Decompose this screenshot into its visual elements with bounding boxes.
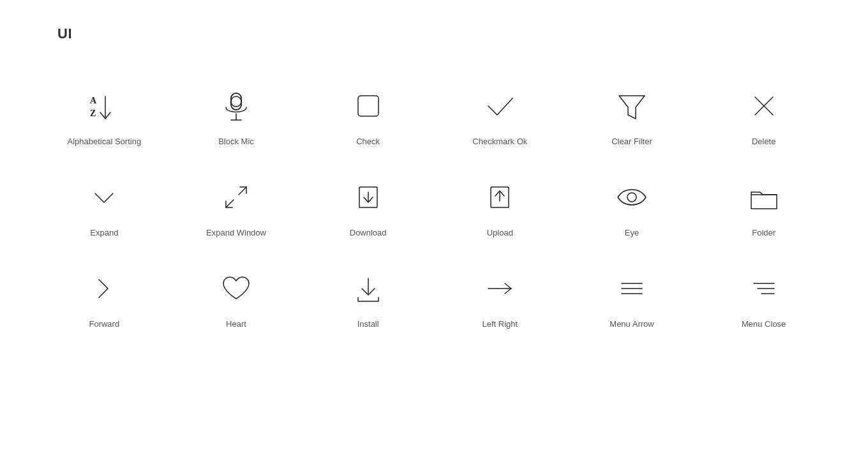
alphabetical-sorting-label: Alphabetical Sorting bbox=[68, 137, 142, 146]
icon-cell-delete: Delete bbox=[698, 68, 830, 159]
svg-point-6 bbox=[231, 96, 241, 107]
expand-label: Expand bbox=[90, 228, 118, 237]
icon-cell-clear-filter: Clear Filter bbox=[566, 68, 698, 159]
svg-line-13 bbox=[226, 200, 234, 207]
icon-cell-expand: Expand bbox=[38, 159, 170, 250]
forward-label: Forward bbox=[89, 319, 119, 329]
alphabetical-sorting-icon: A Z bbox=[85, 87, 123, 125]
svg-text:A: A bbox=[90, 96, 97, 105]
clear-filter-icon bbox=[613, 87, 651, 125]
icon-cell-expand-window: Expand Window bbox=[170, 159, 303, 250]
menu-close-icon bbox=[745, 269, 783, 308]
delete-label: Delete bbox=[752, 137, 776, 146]
svg-text:Z: Z bbox=[90, 109, 96, 118]
eye-icon bbox=[613, 178, 651, 216]
expand-window-label: Expand Window bbox=[206, 228, 266, 237]
menu-arrow-label: Menu Arrow bbox=[610, 319, 654, 329]
heart-label: Heart bbox=[226, 319, 246, 329]
download-icon bbox=[349, 178, 387, 216]
icon-cell-left-right: Left Right bbox=[434, 250, 566, 342]
eye-label: Eye bbox=[625, 228, 639, 237]
install-icon bbox=[349, 269, 387, 308]
checkmark-ok-icon bbox=[481, 87, 519, 125]
clear-filter-label: Clear Filter bbox=[611, 137, 652, 146]
icon-cell-upload: Upload bbox=[434, 159, 566, 250]
icon-cell-block-mic: Block Mic bbox=[170, 68, 303, 159]
left-right-icon bbox=[481, 269, 519, 308]
icon-cell-menu-close: Menu Close bbox=[698, 250, 830, 342]
menu-close-label: Menu Close bbox=[742, 319, 786, 329]
icon-cell-eye: Eye bbox=[566, 159, 698, 250]
icon-cell-checkmark-ok: Checkmark Ok bbox=[434, 68, 566, 159]
svg-marker-9 bbox=[619, 96, 645, 119]
menu-arrow-icon bbox=[613, 269, 651, 308]
icon-cell-install: Install bbox=[302, 250, 434, 342]
icon-cell-forward: Forward bbox=[38, 250, 170, 342]
check-label: Check bbox=[356, 137, 380, 146]
expand-icon bbox=[85, 178, 123, 216]
page-title: UI bbox=[0, 0, 868, 42]
svg-rect-8 bbox=[358, 96, 378, 116]
heart-icon bbox=[217, 269, 255, 308]
folder-label: Folder bbox=[752, 228, 775, 237]
folder-icon bbox=[745, 178, 783, 216]
icon-cell-check: Check bbox=[302, 68, 434, 159]
expand-window-icon bbox=[217, 178, 255, 216]
svg-line-12 bbox=[239, 187, 246, 195]
block-mic-label: Block Mic bbox=[218, 137, 254, 146]
icon-cell-download: Download bbox=[302, 159, 434, 250]
upload-icon bbox=[481, 178, 519, 216]
check-icon bbox=[349, 87, 387, 125]
icon-cell-folder: Folder bbox=[698, 159, 830, 250]
block-mic-icon bbox=[217, 87, 255, 125]
icon-cell-alphabetical-sorting: A Z Alphabetical Sorting bbox=[38, 68, 170, 159]
download-label: Download bbox=[350, 228, 387, 237]
icon-cell-heart: Heart bbox=[170, 250, 303, 342]
icon-cell-menu-arrow: Menu Arrow bbox=[566, 250, 698, 342]
svg-point-18 bbox=[627, 193, 636, 202]
icon-grid: A Z Alphabetical Sorting Block Mic Check… bbox=[0, 42, 868, 367]
delete-icon bbox=[745, 87, 783, 125]
upload-label: Upload bbox=[487, 228, 513, 237]
left-right-label: Left Right bbox=[483, 319, 518, 329]
install-label: Install bbox=[357, 319, 379, 329]
checkmark-ok-label: Checkmark Ok bbox=[472, 137, 527, 146]
forward-icon bbox=[85, 269, 123, 308]
